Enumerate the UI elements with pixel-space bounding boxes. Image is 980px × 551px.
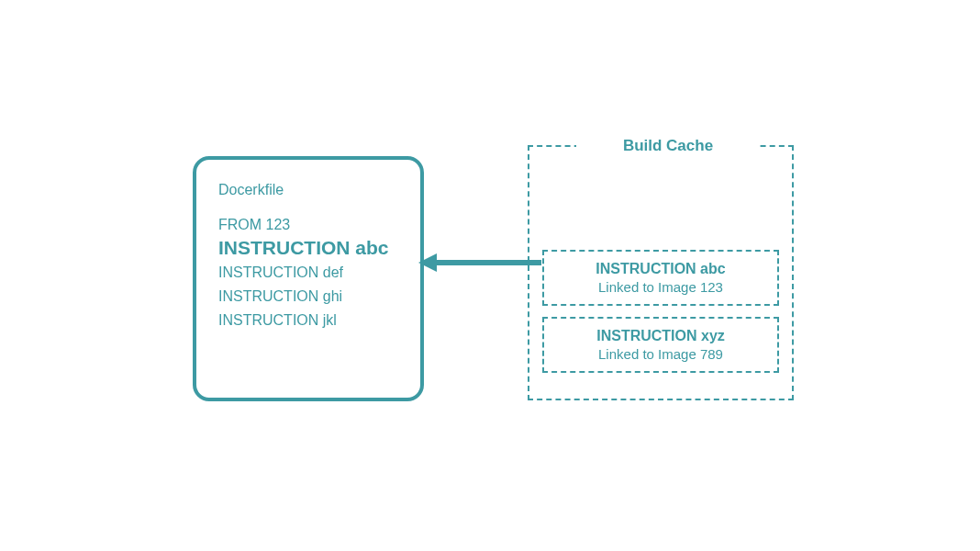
build-cache-title: Build Cache — [623, 137, 713, 154]
dockerfile-instruction: INSTRUCTION jkl — [218, 312, 398, 329]
arrow-head-icon — [418, 253, 437, 272]
cache-entry-link: Linked to Image 789 — [559, 346, 763, 362]
cache-entry: INSTRUCTION abc Linked to Image 123 — [542, 250, 779, 306]
dockerfile-instruction-highlighted: INSTRUCTION abc — [218, 237, 398, 259]
dockerfile-title: Docerkfile — [218, 182, 398, 198]
cache-entry: INSTRUCTION xyz Linked to Image 789 — [542, 317, 779, 373]
dockerfile-instruction: INSTRUCTION ghi — [218, 288, 398, 305]
cache-entry-instruction: INSTRUCTION abc — [559, 261, 763, 277]
build-cache-box: INSTRUCTION abc Linked to Image 123 INST… — [528, 145, 794, 400]
arrow-cache-to-dockerfile — [418, 253, 541, 272]
cache-entry-link: Linked to Image 123 — [559, 279, 763, 295]
dockerfile-box: Docerkfile FROM 123 INSTRUCTION abc INST… — [193, 156, 424, 401]
cache-entry-instruction: INSTRUCTION xyz — [559, 328, 763, 344]
dockerfile-instruction: INSTRUCTION def — [218, 264, 398, 281]
build-cache-title-wrap: Build Cache — [576, 137, 760, 155]
dockerfile-from: FROM 123 — [218, 217, 398, 233]
arrow-line — [435, 260, 541, 265]
